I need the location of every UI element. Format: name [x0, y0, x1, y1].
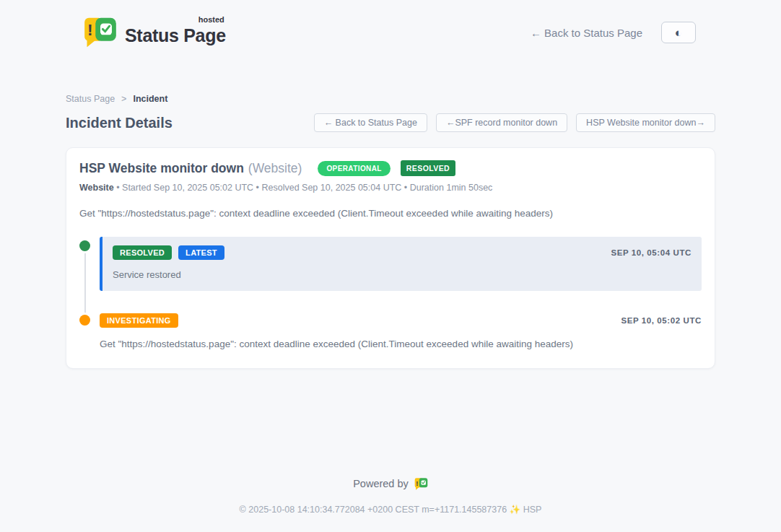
resolved-badge: RESOLVED [401, 160, 455, 176]
meta-resolved: Resolved Sep 10, 2025 05:04 UTC [261, 183, 401, 193]
latest-badge: LATEST [178, 245, 224, 260]
resolved-badge: RESOLVED [113, 245, 172, 260]
meta-separator: • [256, 183, 259, 193]
incident-card: HSP Website monitor down (Website) OPERA… [66, 147, 715, 369]
prev-incident-button[interactable]: ←SPF record monitor down [436, 113, 567, 132]
investigating-badge: INVESTIGATING [100, 313, 178, 328]
timeline-entry-head: RESOLVED LATEST SEP 10, 05:04 UTC [113, 245, 691, 260]
timeline-message: Service restored [113, 269, 691, 280]
incident-component: (Website) [248, 161, 302, 176]
incident-title: HSP Website monitor down [79, 161, 244, 176]
header-right: ← Back to Status Page ◐ [531, 22, 696, 43]
title-row: Incident Details ← Back to Status Page ←… [66, 113, 715, 132]
timeline-timestamp: SEP 10, 05:02 UTC [621, 316, 702, 325]
incident-nav-buttons: ← Back to Status Page ←SPF record monito… [314, 113, 715, 132]
footer: Powered by ! © 2025-10-08 14:10:34.77208… [0, 477, 781, 515]
meta-component: Website [79, 183, 114, 193]
timeline-entry-investigating: INVESTIGATING SEP 10, 05:02 UTC Get "htt… [79, 313, 702, 349]
breadcrumb-status-page[interactable]: Status Page [66, 94, 115, 104]
timeline-timestamp: SEP 10, 05:04 UTC [611, 248, 691, 257]
brand-name: Status Page [125, 25, 226, 45]
meta-duration: Duration 1min 50sec [410, 183, 493, 193]
incident-title-row: HSP Website monitor down (Website) OPERA… [79, 160, 702, 176]
powered-by[interactable]: Powered by ! [353, 478, 428, 490]
breadcrumb: Status Page > Incident [66, 94, 715, 104]
timeline-entry-head: INVESTIGATING SEP 10, 05:02 UTC [100, 313, 702, 328]
brand-logo[interactable]: ! hosted Status Page [83, 17, 226, 48]
incident-meta: Website • Started Sep 10, 2025 05:02 UTC… [79, 183, 702, 193]
svg-text:!: ! [87, 20, 93, 39]
breadcrumb-incident: Incident [133, 94, 167, 104]
timeline-dot-green [79, 240, 90, 251]
back-to-status-page-button[interactable]: ← Back to Status Page [314, 113, 427, 132]
header: ! hosted Status Page ← Back to Status Pa… [0, 0, 781, 53]
timeline-entry-body: INVESTIGATING SEP 10, 05:02 UTC Get "htt… [100, 313, 702, 349]
status-bubble-icon-small: ! [414, 478, 428, 490]
incident-timeline: RESOLVED LATEST SEP 10, 05:04 UTC Servic… [79, 237, 702, 349]
meta-started: Started Sep 10, 2025 05:02 UTC [122, 183, 253, 193]
svg-text:!: ! [416, 479, 418, 487]
contrast-icon: ◐ [675, 27, 682, 39]
status-bubble-icon: ! [83, 17, 118, 48]
theme-toggle-button[interactable]: ◐ [661, 22, 696, 43]
powered-by-label: Powered by [353, 478, 409, 489]
operational-badge: OPERATIONAL [318, 161, 390, 176]
meta-separator: • [116, 183, 119, 193]
timeline-entry-box: RESOLVED LATEST SEP 10, 05:04 UTC Servic… [100, 237, 702, 291]
brand-text: hosted Status Page [125, 19, 226, 46]
incident-description: Get "https://hostedstatus.page": context… [79, 208, 702, 219]
copyright-line: © 2025-10-08 14:10:34.772084 +0200 CEST … [0, 504, 781, 515]
header-back-link[interactable]: ← Back to Status Page [531, 27, 642, 39]
next-incident-button[interactable]: HSP Website monitor down→ [576, 113, 715, 132]
timeline-message: Get "https://hostedstatus.page": context… [100, 339, 702, 349]
timeline-entry-resolved: RESOLVED LATEST SEP 10, 05:04 UTC Servic… [79, 237, 702, 291]
timeline-dot-orange [79, 315, 90, 326]
breadcrumb-separator: > [121, 94, 126, 104]
meta-separator: • [404, 183, 407, 193]
page-title: Incident Details [66, 115, 173, 131]
main-content: Status Page > Incident Incident Details … [66, 94, 715, 369]
brand-superscript: hosted [198, 15, 224, 24]
